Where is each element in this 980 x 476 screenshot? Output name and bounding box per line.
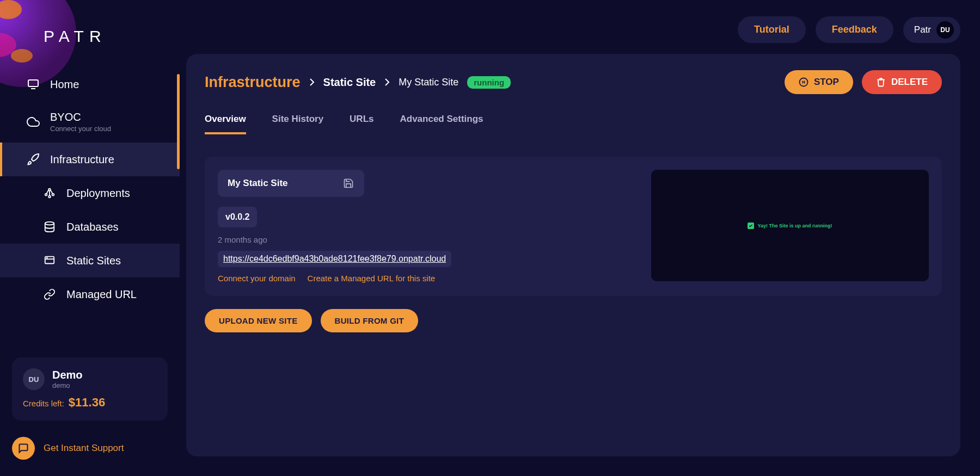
- pause-icon: [799, 77, 808, 87]
- sidebar-item-label: Home: [50, 78, 79, 91]
- breadcrumb-item[interactable]: Static Site: [323, 76, 376, 89]
- rocket-icon: [26, 152, 40, 166]
- button-label: STOP: [814, 77, 839, 88]
- nodes-icon: [42, 186, 57, 200]
- sidebar-item-static-sites[interactable]: Static Sites: [0, 244, 180, 277]
- breadcrumb-root[interactable]: Infrastructure: [205, 74, 301, 91]
- build-from-git-button[interactable]: BUILD FROM GIT: [321, 309, 419, 332]
- button-label: DELETE: [891, 77, 928, 88]
- delete-button[interactable]: DELETE: [862, 70, 942, 94]
- svg-point-12: [47, 257, 47, 258]
- site-name: My Static Site: [228, 178, 288, 189]
- breadcrumb-leaf: My Static Site: [399, 77, 458, 88]
- sidebar-footer: DU Demo demo Credits left: $11.36 Get In…: [0, 347, 180, 476]
- site-url-link[interactable]: https://ce4dc6edbf9a43b0ade8121fee3f8e79…: [218, 251, 451, 267]
- page-header: Infrastructure Static Site My Static Sit…: [205, 70, 942, 94]
- support-button[interactable]: Get Instant Support: [12, 437, 168, 460]
- sidebar-item-deployments[interactable]: Deployments: [0, 176, 180, 210]
- preview-message: Yay! The Site is up and running!: [757, 223, 832, 228]
- timestamp: 2 months ago: [218, 235, 635, 244]
- sidebar-item-label: Static Sites: [66, 255, 121, 267]
- create-managed-url-link[interactable]: Create a Managed URL for this site: [308, 274, 436, 283]
- tab-advanced-settings[interactable]: Advanced Settings: [400, 109, 483, 134]
- avatar: DU: [936, 21, 954, 39]
- main: Tutorial Feedback Patr DU Infrastructure…: [180, 0, 980, 476]
- svg-point-4: [52, 194, 54, 196]
- sidebar-item-managed-url[interactable]: Managed URL: [0, 277, 180, 311]
- workspace-name: Patr: [914, 24, 931, 35]
- sidebar: PATR Home BYOC Connect your cloud: [0, 0, 180, 476]
- tab-site-history[interactable]: Site History: [272, 109, 323, 134]
- tab-urls[interactable]: URLs: [350, 109, 373, 134]
- sidebar-item-home[interactable]: Home: [0, 67, 180, 101]
- breadcrumb: Infrastructure Static Site My Static Sit…: [205, 74, 511, 91]
- credits-label: Credits left:: [23, 399, 64, 408]
- chevron-right-icon: [384, 78, 390, 86]
- browser-icon: [42, 254, 57, 268]
- chevron-right-icon: [309, 78, 315, 86]
- overview-card: My Static Site v0.0.2 2 months ago https…: [205, 157, 942, 296]
- topbar: Tutorial Feedback Patr DU: [180, 0, 980, 54]
- version-chip: v0.0.2: [218, 207, 257, 227]
- stop-button[interactable]: STOP: [785, 70, 853, 94]
- sidebar-item-label: Deployments: [66, 187, 130, 200]
- link-icon: [42, 287, 57, 301]
- workspace-switcher[interactable]: Patr DU: [903, 17, 960, 43]
- support-label: Get Instant Support: [44, 443, 124, 454]
- feedback-button[interactable]: Feedback: [816, 16, 893, 43]
- avatar: DU: [23, 368, 45, 390]
- sidebar-item-label: Managed URL: [66, 288, 137, 301]
- credits-value: $11.36: [69, 395, 105, 410]
- sidebar-item-sublabel: Connect your cloud: [50, 125, 111, 133]
- brand-logo[interactable]: PATR: [0, 0, 180, 67]
- header-actions: STOP DELETE: [785, 70, 942, 94]
- upload-new-site-button[interactable]: UPLOAD NEW SITE: [205, 309, 312, 332]
- check-icon: [748, 222, 754, 229]
- trash-icon: [876, 77, 886, 87]
- database-icon: [42, 220, 57, 234]
- tabs: Overview Site History URLs Advanced Sett…: [205, 109, 942, 135]
- svg-line-7: [47, 190, 49, 194]
- brand-name: PATR: [44, 27, 180, 46]
- cloud-icon: [26, 115, 40, 129]
- account-card[interactable]: DU Demo demo Credits left: $11.36: [12, 357, 168, 421]
- chat-icon: [12, 437, 35, 460]
- site-name-field[interactable]: My Static Site: [218, 170, 364, 197]
- content-panel: Infrastructure Static Site My Static Sit…: [186, 54, 960, 456]
- svg-point-3: [45, 194, 47, 196]
- monitor-icon: [26, 77, 40, 91]
- status-badge: running: [467, 76, 511, 89]
- site-preview: Yay! The Site is up and running!: [651, 170, 929, 281]
- sidebar-nav: Home BYOC Connect your cloud Infrastruct…: [0, 67, 180, 347]
- svg-rect-0: [28, 80, 38, 86]
- sidebar-item-label: Infrastructure: [50, 153, 114, 166]
- overview-details: My Static Site v0.0.2 2 months ago https…: [218, 170, 635, 283]
- svg-point-9: [45, 222, 54, 225]
- scrollbar[interactable]: [177, 74, 180, 169]
- save-icon[interactable]: [342, 177, 354, 189]
- tab-overview[interactable]: Overview: [205, 109, 246, 134]
- action-row: UPLOAD NEW SITE BUILD FROM GIT: [205, 309, 942, 332]
- svg-point-5: [48, 196, 51, 198]
- svg-line-8: [51, 190, 53, 194]
- sidebar-item-byoc[interactable]: BYOC Connect your cloud: [0, 101, 180, 143]
- sidebar-item-label: Databases: [66, 221, 119, 233]
- connect-domain-link[interactable]: Connect your domain: [218, 274, 296, 283]
- sidebar-item-infrastructure[interactable]: Infrastructure: [0, 143, 180, 176]
- account-subname: demo: [52, 381, 83, 390]
- tutorial-button[interactable]: Tutorial: [738, 16, 806, 43]
- account-name: Demo: [52, 369, 83, 381]
- sidebar-item-label: BYOC: [50, 111, 111, 123]
- sidebar-item-databases[interactable]: Databases: [0, 210, 180, 244]
- svg-point-13: [799, 78, 807, 86]
